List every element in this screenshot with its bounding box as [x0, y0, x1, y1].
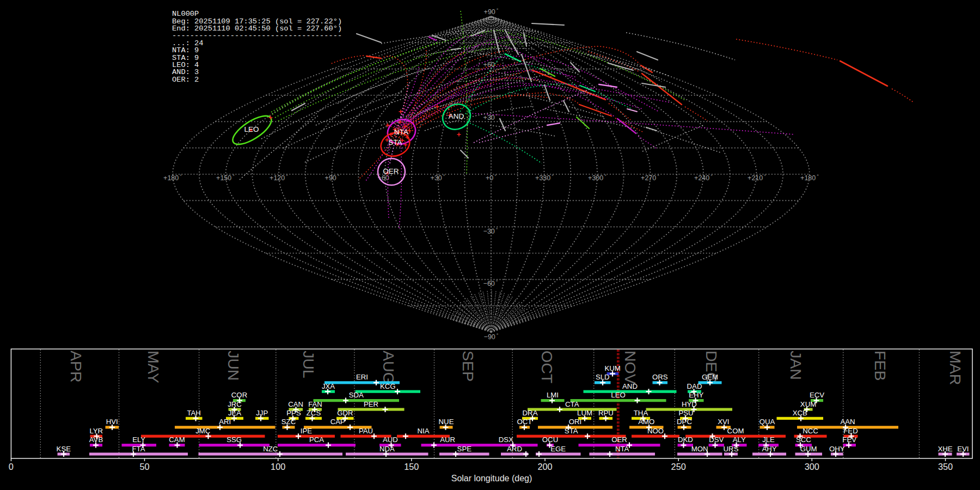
svg-text:OHY: OHY [829, 445, 845, 453]
svg-text:XUM: XUM [800, 400, 816, 408]
svg-text:AND: AND [622, 382, 638, 390]
svg-text:AND: AND [449, 112, 464, 120]
svg-text:LUM: LUM [577, 409, 592, 417]
svg-text:NTA: NTA [394, 128, 408, 136]
svg-text:IPE: IPE [301, 427, 312, 435]
svg-text:GDR: GDR [337, 409, 353, 417]
svg-text:FEB: FEB [872, 351, 889, 381]
svg-text:HVI: HVI [106, 418, 118, 426]
svg-text:KUM: KUM [605, 364, 621, 372]
svg-text:150: 150 [404, 462, 419, 471]
svg-text:XVI: XVI [718, 418, 729, 426]
svg-text:200: 200 [537, 462, 552, 471]
svg-text:AUG: AUG [380, 351, 397, 384]
svg-text:300: 300 [805, 462, 819, 471]
svg-text:NIA: NIA [418, 427, 430, 435]
svg-text:AUR: AUR [440, 436, 455, 444]
svg-text:KCG: KCG [380, 382, 396, 390]
svg-text:DAD: DAD [687, 382, 702, 390]
svg-text:Solar longitude (deg): Solar longitude (deg) [451, 474, 532, 483]
svg-text:SPE: SPE [457, 445, 472, 453]
svg-text:JUN: JUN [225, 351, 242, 381]
svg-text:GEM: GEM [702, 373, 718, 381]
svg-text:EGE: EGE [550, 445, 566, 453]
svg-text:FED: FED [843, 427, 857, 435]
svg-text:CTA: CTA [565, 400, 579, 408]
svg-text:ARI: ARI [219, 418, 231, 426]
svg-text:AAN: AAN [840, 418, 855, 426]
svg-text:ELY: ELY [132, 436, 145, 444]
svg-text:PAU: PAU [359, 427, 373, 435]
svg-text:DSX: DSX [499, 436, 513, 444]
svg-text:NCC: NCC [803, 427, 818, 435]
svg-text:AUD: AUD [383, 436, 398, 444]
svg-text:DKD: DKD [678, 436, 693, 444]
svg-text:CAM: CAM [169, 436, 185, 444]
svg-text:ERI: ERI [356, 373, 368, 381]
svg-text:CAN: CAN [288, 400, 303, 408]
svg-text:OCT: OCT [538, 351, 556, 383]
svg-text:350: 350 [938, 462, 953, 471]
svg-text:GUM: GUM [800, 445, 817, 453]
svg-text:RPU: RPU [598, 409, 614, 417]
svg-text:FEV: FEV [842, 436, 856, 444]
svg-text:OER: 2: OER: 2 [172, 76, 199, 84]
svg-text:SZC: SZC [281, 418, 296, 426]
svg-text:ORS: ORS [652, 373, 668, 381]
svg-text:JMC: JMC [195, 427, 211, 435]
svg-text:OCU: OCU [542, 436, 558, 444]
svg-text:PCA: PCA [309, 436, 324, 444]
svg-text:MAY: MAY [145, 351, 162, 383]
svg-text:JJP: JJP [256, 409, 268, 417]
svg-text:MON: MON [691, 445, 708, 453]
svg-text:JXA: JXA [322, 382, 335, 390]
svg-text:XHE: XHE [938, 445, 952, 453]
svg-text:EVI: EVI [957, 445, 969, 453]
svg-text:AVB: AVB [89, 436, 103, 444]
svg-text:ALY: ALY [733, 436, 746, 444]
svg-text:0: 0 [9, 462, 14, 471]
svg-text:ARD: ARD [507, 445, 522, 453]
svg-text:SEP: SEP [460, 351, 477, 382]
svg-text:OCT: OCT [517, 418, 532, 426]
svg-text:DSV: DSV [709, 436, 724, 444]
svg-text:APR: APR [68, 351, 85, 383]
svg-text:ORI: ORI [569, 418, 581, 426]
svg-text:NDA: NDA [379, 445, 395, 453]
svg-text:LYR: LYR [89, 427, 103, 435]
svg-text:SLD: SLD [596, 373, 610, 381]
svg-text:100: 100 [271, 462, 285, 471]
svg-text:COR: COR [231, 391, 247, 399]
svg-text:CAP: CAP [330, 418, 345, 426]
svg-text:COM: COM [727, 427, 744, 435]
svg-text:JAN: JAN [787, 351, 805, 380]
svg-text:250: 250 [671, 462, 686, 471]
svg-text:NUE: NUE [439, 418, 454, 426]
svg-text:LEO: LEO [244, 125, 259, 133]
svg-text:URS: URS [724, 445, 739, 453]
svg-text:SCC: SCC [796, 436, 811, 444]
svg-text:EHY: EHY [689, 391, 703, 399]
svg-text:AHY: AHY [762, 445, 776, 453]
svg-text:KSE: KSE [57, 445, 71, 453]
svg-text:PSU: PSU [678, 409, 693, 417]
svg-text:THA: THA [634, 409, 648, 417]
svg-text:OER: OER [611, 436, 627, 444]
svg-text:QUA: QUA [759, 418, 775, 426]
svg-text:PER: PER [364, 400, 378, 408]
svg-text:MAR: MAR [947, 351, 964, 385]
svg-text:TAH: TAH [187, 409, 200, 417]
svg-text:NTA: NTA [615, 445, 629, 453]
svg-text:JLE: JLE [762, 436, 775, 444]
svg-text:ZCS: ZCS [307, 409, 321, 417]
svg-text:FTA: FTA [132, 445, 145, 453]
svg-text:SSG: SSG [226, 436, 242, 444]
svg-text:HYD: HYD [682, 400, 697, 408]
svg-text:NOV: NOV [622, 351, 639, 384]
svg-text:STA: STA [388, 138, 402, 146]
svg-text:NZC: NZC [263, 445, 278, 453]
svg-text:NOO: NOO [647, 427, 664, 435]
svg-text:OER: OER [383, 167, 399, 175]
svg-text:FAN: FAN [308, 400, 322, 408]
svg-text:LEO: LEO [611, 391, 625, 399]
